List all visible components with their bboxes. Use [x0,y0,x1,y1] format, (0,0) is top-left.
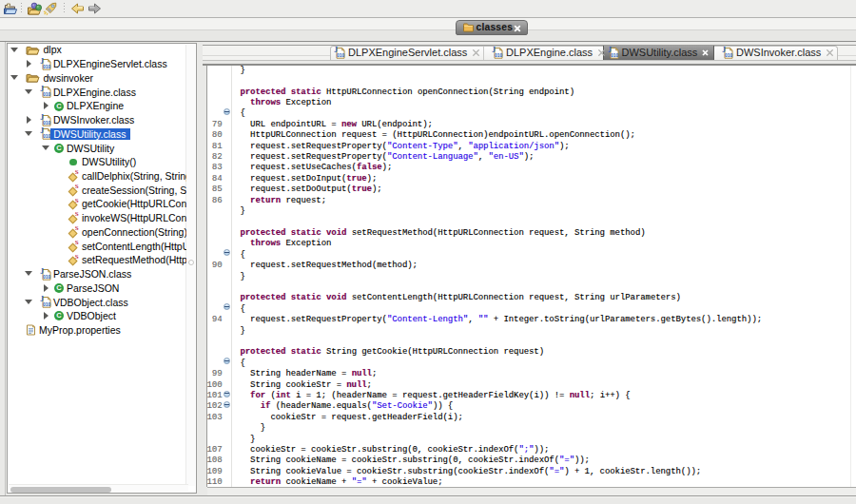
svg-text:010: 010 [43,301,51,307]
svg-text:010: 010 [610,52,618,58]
svg-text:010: 010 [337,52,345,58]
svg-text:010: 010 [725,52,733,58]
svg-text:010: 010 [43,91,51,97]
svg-text:010: 010 [495,52,503,58]
svg-text:010: 010 [43,120,51,126]
svg-text:010: 010 [43,274,51,280]
svg-text:010: 010 [43,64,51,69]
